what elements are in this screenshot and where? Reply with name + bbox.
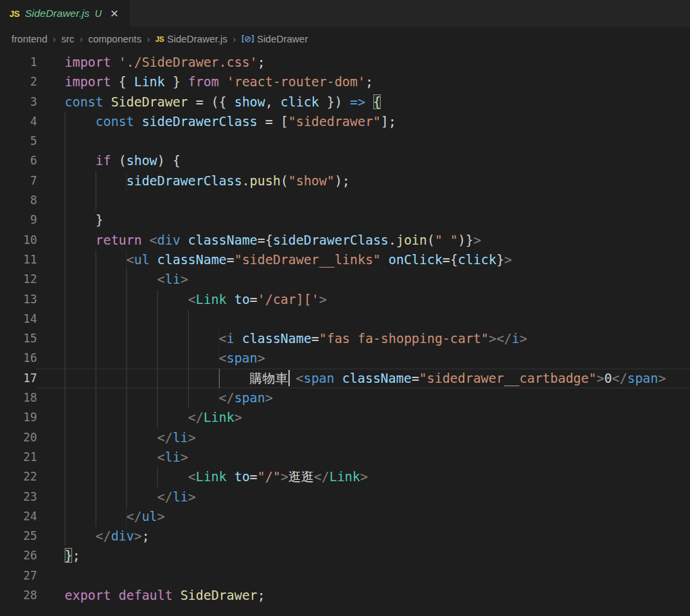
chevron-right-icon: › <box>53 34 56 44</box>
line-number: 14 <box>0 309 37 329</box>
code-line-content[interactable]: } <box>37 210 690 230</box>
chevron-right-icon: › <box>147 34 150 44</box>
code-line-content[interactable]: <li> <box>37 270 690 289</box>
code-line-content[interactable]: </li> <box>37 487 690 507</box>
breadcrumb-item-components[interactable]: components <box>88 34 142 44</box>
line-number: 2 <box>0 72 37 92</box>
code-line-content[interactable]: export default SideDrawer; <box>37 586 690 605</box>
code-line[interactable]: 9 } <box>0 210 690 230</box>
breadcrumb-file-name: SideDrawer.js <box>167 34 227 44</box>
tab-file-name: SideDrawer.js <box>25 7 90 20</box>
code-line-content[interactable]: </div>; <box>37 526 690 546</box>
code-line[interactable]: 22 <Link to="/">逛逛</Link> <box>0 467 690 487</box>
javascript-file-icon: JS <box>156 35 164 43</box>
bracket-match-highlight: } <box>65 548 72 563</box>
code-line-content[interactable]: import { Link } from 'react-router-dom'; <box>37 72 690 92</box>
code-line[interactable]: 21 <li> <box>0 448 690 467</box>
code-line[interactable]: 27 <box>0 566 690 586</box>
line-number: 28 <box>0 586 37 605</box>
code-line[interactable]: 8 <box>0 191 690 210</box>
code-line-content[interactable]: import './SideDrawer.css'; <box>37 53 690 72</box>
code-line[interactable]: 6 if (show) { <box>0 151 690 171</box>
code-line[interactable]: 4 const sideDrawerClass = ["sidedrawer"]… <box>0 112 690 131</box>
code-line-content[interactable]: const SideDrawer = ({ show, click }) => … <box>37 92 690 112</box>
code-line-content[interactable]: return <div className={sideDrawerClass.j… <box>37 230 690 250</box>
code-line[interactable]: 25 </div>; <box>0 526 690 546</box>
line-number: 20 <box>0 428 37 448</box>
code-line-content[interactable]: </ul> <box>37 507 690 526</box>
line-number: 6 <box>0 151 37 171</box>
tab-bar: JS SideDrawer.js U × <box>0 0 690 27</box>
code-line[interactable]: 20 </li> <box>0 428 690 448</box>
code-line[interactable]: 19 </Link> <box>0 408 690 427</box>
chevron-right-icon: › <box>233 34 237 44</box>
code-line[interactable]: 24 </ul> <box>0 507 690 526</box>
code-line-content[interactable]: }; <box>37 546 690 565</box>
code-line-content[interactable]: </Link> <box>37 408 690 427</box>
code-line-content[interactable]: 購物車 <span className="sidedrawer__cartbad… <box>37 369 690 388</box>
javascript-file-icon: JS <box>9 9 20 19</box>
code-line-content[interactable]: <i className="fas fa-shopping-cart"></i> <box>37 329 690 348</box>
line-number: 8 <box>0 191 37 210</box>
code-line[interactable]: 5 <box>0 131 690 151</box>
breadcrumb-item-frontend[interactable]: frontend <box>11 34 47 44</box>
code-line[interactable]: 2import { Link } from 'react-router-dom'… <box>0 72 690 92</box>
line-number: 25 <box>0 526 37 546</box>
line-number: 21 <box>0 448 37 467</box>
code-line[interactable]: 28export default SideDrawer; <box>0 586 690 605</box>
line-number: 27 <box>0 566 37 586</box>
line-number: 4 <box>0 112 37 131</box>
line-number: 3 <box>0 92 37 112</box>
line-number: 1 <box>0 53 37 72</box>
close-icon[interactable]: × <box>110 8 119 19</box>
code-line[interactable]: 1import './SideDrawer.css'; <box>0 53 690 72</box>
code-line-content[interactable]: <Link to='/car]['> <box>37 290 690 309</box>
code-line-content[interactable] <box>37 191 690 210</box>
breadcrumb-item-src[interactable]: src <box>61 34 74 44</box>
line-number: 23 <box>0 487 37 507</box>
line-number: 16 <box>0 348 37 368</box>
code-line-content[interactable]: <li> <box>37 448 690 467</box>
code-line-content[interactable] <box>37 566 690 586</box>
code-line-content[interactable]: </span> <box>37 388 690 408</box>
code-line[interactable]: 7 sideDrawerClass.push("show"); <box>0 171 690 191</box>
code-line-content[interactable]: <Link to="/">逛逛</Link> <box>37 467 690 487</box>
code-line-content[interactable] <box>37 309 690 329</box>
tab-sidedrawer[interactable]: JS SideDrawer.js U × <box>0 0 129 27</box>
code-line-content[interactable]: if (show) { <box>37 151 690 171</box>
git-untracked-badge: U <box>95 8 102 19</box>
code-line[interactable]: 14 <box>0 309 690 329</box>
line-number: 11 <box>0 250 37 270</box>
bracket-match-highlight: { <box>373 94 381 109</box>
code-editor[interactable]: 1import './SideDrawer.css';2import { Lin… <box>0 51 690 605</box>
line-number: 5 <box>0 131 37 151</box>
code-line[interactable]: 3const SideDrawer = ({ show, click }) =>… <box>0 92 690 112</box>
line-number: 18 <box>0 388 37 408</box>
code-line-content[interactable]: sideDrawerClass.push("show"); <box>37 171 690 191</box>
breadcrumb-item-file[interactable]: JS SideDrawer.js <box>156 34 228 44</box>
code-line[interactable]: 15 <i className="fas fa-shopping-cart"><… <box>0 329 690 348</box>
code-line-content[interactable]: const sideDrawerClass = ["sidedrawer"]; <box>37 112 690 131</box>
code-line-content[interactable]: <span> <box>37 348 690 368</box>
code-line[interactable]: 23 </li> <box>0 487 690 507</box>
line-number: 24 <box>0 507 37 526</box>
code-line[interactable]: 11 <ul className="sideDrawer__links" onC… <box>0 250 690 270</box>
code-line-content[interactable]: </li> <box>37 428 690 448</box>
code-line[interactable]: 17 購物車 <span className="sidedrawer__cart… <box>0 369 690 388</box>
code-line[interactable]: 26}; <box>0 546 690 565</box>
line-number: 7 <box>0 171 37 191</box>
code-line[interactable]: 18 </span> <box>0 388 690 408</box>
breadcrumb-symbol-name: SideDrawer <box>257 34 308 44</box>
code-line[interactable]: 10 return <div className={sideDrawerClas… <box>0 230 690 250</box>
line-number: 22 <box>0 467 37 487</box>
chevron-right-icon: › <box>80 34 83 44</box>
breadcrumb-item-symbol[interactable]: [⊘] SideDrawer <box>241 34 308 44</box>
code-line-content[interactable]: <ul className="sideDrawer__links" onClic… <box>37 250 690 270</box>
code-line[interactable]: 16 <span> <box>0 348 690 368</box>
line-number: 26 <box>0 546 37 565</box>
code-line[interactable]: 12 <li> <box>0 270 690 289</box>
code-line[interactable]: 13 <Link to='/car]['> <box>0 290 690 309</box>
code-line-content[interactable] <box>37 131 690 151</box>
line-number: 9 <box>0 210 37 230</box>
line-number: 10 <box>0 230 37 250</box>
